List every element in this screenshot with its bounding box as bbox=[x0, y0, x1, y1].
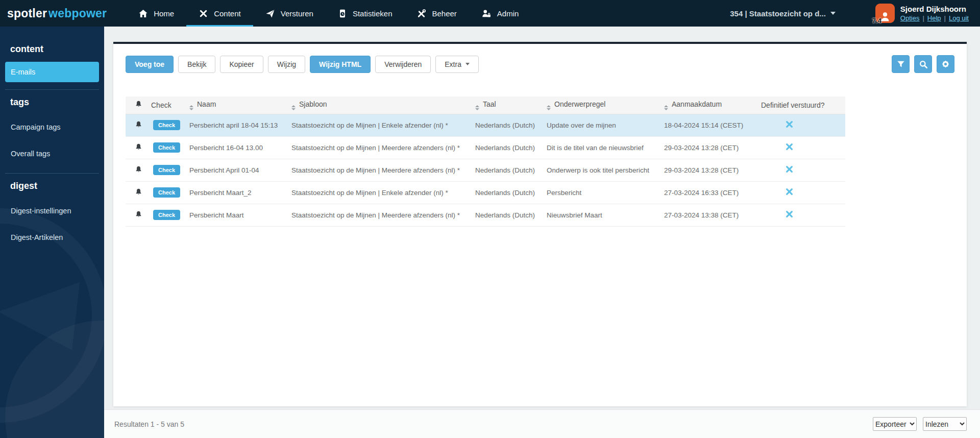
settings-button[interactable] bbox=[937, 55, 954, 73]
results-count: Resultaten 1 - 5 van 5 bbox=[114, 420, 184, 428]
sidebar-item-emails[interactable]: E-mails bbox=[5, 62, 99, 82]
table-row[interactable]: Check Persbericht 16-04 13.00 Staatstoez… bbox=[126, 136, 845, 159]
check-button[interactable]: Check bbox=[153, 187, 180, 198]
naam-cell: Persbericht Maart_2 bbox=[189, 181, 291, 204]
inlezen-select[interactable]: Inlezen bbox=[923, 417, 967, 431]
spotler-webpower-logo[interactable]: spotlerwebpower bbox=[7, 7, 107, 20]
search-button[interactable] bbox=[914, 55, 932, 73]
check-button[interactable]: Check bbox=[153, 210, 180, 220]
onderwerpregel-cell: Dit is de titel van de nieuwsbrief bbox=[547, 136, 664, 159]
aanmaakdatum-cell: 27-03-2024 16:33 (CET) bbox=[664, 181, 761, 204]
sort-icon bbox=[291, 105, 296, 110]
check-button[interactable]: Check bbox=[153, 165, 180, 175]
exporteer-select[interactable]: Exporteer bbox=[873, 417, 917, 431]
settings-icon bbox=[941, 59, 950, 69]
taal-cell: Nederlands (Dutch) bbox=[475, 181, 547, 204]
help-link[interactable]: Help bbox=[927, 14, 941, 22]
taal-cell: Nederlands (Dutch) bbox=[475, 204, 547, 226]
sidebar-item-campaign-tags[interactable]: Campaign tags bbox=[5, 115, 99, 139]
sidebar-item-digest-instellingen[interactable]: Digest-instellingen bbox=[5, 199, 99, 223]
bell-icon bbox=[135, 120, 142, 129]
account-selector[interactable]: 354 | Staatstoezicht op d... bbox=[730, 9, 836, 18]
nav-item-home[interactable]: Home bbox=[126, 0, 186, 27]
tools-icon bbox=[416, 9, 426, 18]
main-content: Voeg toe Bekijk Kopieer Wijzig Wijzig HT… bbox=[104, 27, 980, 438]
sjabloon-cell: Staatstoezicht op de Mijnen | Meerdere a… bbox=[291, 159, 475, 181]
nav-item-label: Admin bbox=[497, 9, 519, 18]
search-icon bbox=[919, 60, 928, 69]
avatar-badge: 7.4 bbox=[872, 17, 881, 25]
sort-icon bbox=[189, 105, 193, 110]
filter-icon bbox=[896, 60, 905, 69]
sidebar-divider bbox=[5, 89, 99, 90]
opties-link[interactable]: Opties bbox=[900, 14, 920, 22]
logout-link[interactable]: Log uit bbox=[949, 14, 969, 22]
nav-item-admin[interactable]: Admin bbox=[469, 0, 531, 27]
link-separator: | bbox=[944, 14, 946, 22]
table-row[interactable]: Check Persbericht april 18-04 15:13 Staa… bbox=[126, 114, 845, 136]
sidebar-item-digest-artikelen[interactable]: Digest-Artikelen bbox=[5, 225, 99, 250]
toolbar: Voeg toe Bekijk Kopieer Wijzig Wijzig HT… bbox=[113, 44, 967, 73]
voeg-toe-button[interactable]: Voeg toe bbox=[126, 56, 174, 73]
user-name: Sjoerd Dijkshoorn bbox=[900, 5, 969, 14]
table-row[interactable]: Check Persbericht Maart Staatstoezicht o… bbox=[126, 204, 845, 226]
sidebar-item-overall-tags[interactable]: Overall tags bbox=[5, 141, 99, 166]
email-table: Check Naam Sjabloon Taal Onderwerpregel … bbox=[126, 96, 845, 227]
verwijderen-button[interactable]: Verwijderen bbox=[375, 56, 431, 73]
check-cell: Check bbox=[151, 159, 189, 181]
nav-item-content[interactable]: Content bbox=[186, 0, 253, 27]
taal-cell: Nederlands (Dutch) bbox=[475, 159, 547, 181]
taal-cell: Nederlands (Dutch) bbox=[475, 136, 547, 159]
email-table-body: Check Persbericht april 18-04 15:13 Staa… bbox=[126, 114, 845, 226]
content-icon bbox=[199, 9, 208, 18]
naam-cell: Persbericht april 18-04 15:13 bbox=[189, 114, 291, 136]
table-header-row: Check Naam Sjabloon Taal Onderwerpregel … bbox=[126, 96, 845, 114]
onderwerpregel-cell: Nieuwsbrief Maart bbox=[547, 204, 664, 226]
extra-label: Extra bbox=[445, 60, 461, 68]
check-button[interactable]: Check bbox=[153, 120, 180, 130]
onderwerpregel-cell: Persbericht bbox=[547, 181, 664, 204]
nav-item-statistieken[interactable]: Statistieken bbox=[326, 0, 405, 27]
onderwerpregel-column-header[interactable]: Onderwerpregel bbox=[547, 96, 664, 114]
taal-column-header[interactable]: Taal bbox=[475, 96, 547, 114]
definitief-cell bbox=[761, 136, 845, 159]
nav-item-beheer[interactable]: Beheer bbox=[404, 0, 469, 27]
naam-cell: Persbericht Maart bbox=[189, 204, 291, 226]
account-selector-label: 354 | Staatstoezicht op d... bbox=[730, 9, 826, 18]
check-cell: Check bbox=[151, 136, 189, 159]
sort-icon bbox=[547, 105, 551, 110]
not-sent-cross-icon bbox=[786, 143, 793, 151]
user-info: Sjoerd Dijkshoorn Opties| Help| Log uit bbox=[900, 5, 969, 22]
aanmaakdatum-column-header[interactable]: Aanmaakdatum bbox=[664, 96, 761, 114]
definitief-cell bbox=[761, 181, 845, 204]
bell-icon bbox=[135, 188, 142, 196]
wijzig-html-button[interactable]: Wijzig HTML bbox=[310, 56, 371, 73]
not-sent-cross-icon bbox=[786, 120, 793, 128]
bell-cell bbox=[126, 114, 151, 136]
home-icon bbox=[138, 9, 148, 18]
kopieer-button[interactable]: Kopieer bbox=[220, 56, 263, 73]
check-button[interactable]: Check bbox=[153, 142, 180, 153]
bekijk-button[interactable]: Bekijk bbox=[178, 56, 215, 73]
check-cell: Check bbox=[151, 204, 189, 226]
navbar-right: 354 | Staatstoezicht op d... 7.4 Sjoerd … bbox=[730, 4, 980, 23]
filter-button[interactable] bbox=[892, 55, 910, 73]
sjabloon-column-header[interactable]: Sjabloon bbox=[291, 96, 475, 114]
extra-dropdown-button[interactable]: Extra bbox=[435, 56, 479, 73]
sjabloon-cell: Staatstoezicht op de Mijnen | Enkele afz… bbox=[291, 114, 475, 136]
user-block: 7.4 Sjoerd Dijkshoorn Opties| Help| Log … bbox=[875, 4, 969, 23]
wijzig-button[interactable]: Wijzig bbox=[268, 56, 305, 73]
aanmaakdatum-cell: 27-03-2024 13:38 (CET) bbox=[664, 204, 761, 226]
naam-cell: Persbericht April 01-04 bbox=[189, 159, 291, 181]
nav-item-versturen[interactable]: Versturen bbox=[253, 0, 326, 27]
toolbar-icon-group bbox=[892, 55, 954, 73]
table-row[interactable]: Check Persbericht April 01-04 Staatstoez… bbox=[126, 159, 845, 181]
bell-icon bbox=[135, 210, 142, 218]
sidebar-heading-tags: tags bbox=[10, 97, 94, 108]
taal-cell: Nederlands (Dutch) bbox=[475, 114, 547, 136]
sort-icon bbox=[475, 105, 479, 110]
naam-column-header[interactable]: Naam bbox=[189, 96, 291, 114]
nav-item-label: Home bbox=[154, 9, 174, 18]
bell-cell bbox=[126, 159, 151, 181]
table-row[interactable]: Check Persbericht Maart_2 Staatstoezicht… bbox=[126, 181, 845, 204]
